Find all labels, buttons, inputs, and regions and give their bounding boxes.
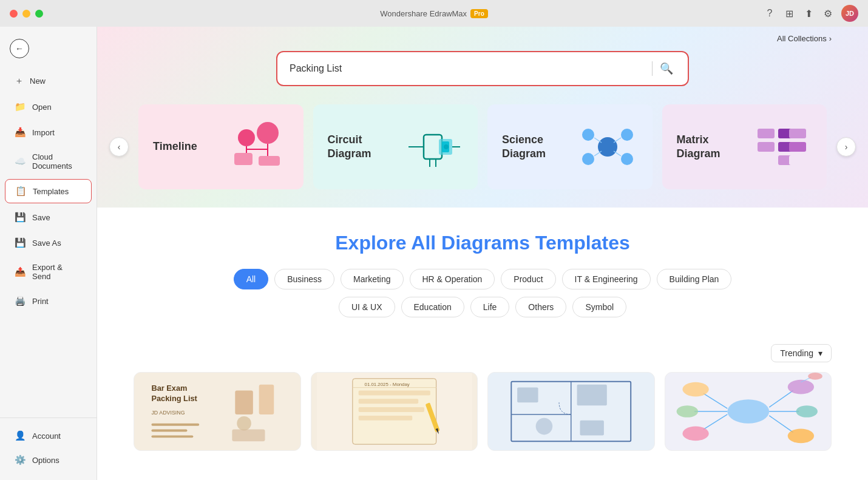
- svg-rect-50: [358, 407, 424, 412]
- template-card-daily-planner[interactable]: 01.01.2025 - Monday: [311, 372, 478, 451]
- matrix-illustration: [751, 117, 812, 177]
- maximize-button[interactable]: [35, 10, 43, 18]
- svg-text:01.01.2025 - Monday: 01.01.2025 - Monday: [364, 382, 409, 387]
- timeline-illustration: [228, 117, 289, 177]
- chevron-down-icon: ▾: [818, 348, 822, 358]
- svg-rect-3: [259, 156, 280, 166]
- svg-rect-59: [577, 385, 607, 405]
- template-card-inner-3: [488, 373, 654, 450]
- sidebar-item-import[interactable]: 📥 Import: [5, 121, 92, 144]
- carousel-card-science[interactable]: Science Diagram: [487, 104, 653, 189]
- options-icon: ⚙️: [15, 455, 26, 465]
- app-title: Wondershare EdrawMax Pro: [380, 9, 488, 18]
- template-card-bar-exam[interactable]: Bar Exam Packing List JD ADVISING: [134, 372, 301, 451]
- search-outer: 🔍: [276, 51, 689, 86]
- back-section: ←: [0, 34, 97, 63]
- svg-point-17: [621, 129, 633, 141]
- pill-marketing[interactable]: Marketing: [341, 269, 403, 289]
- template-card-inner-2: 01.01.2025 - Monday: [311, 373, 478, 450]
- pill-business[interactable]: Business: [274, 269, 334, 289]
- sort-dropdown[interactable]: Trending ▾: [771, 344, 832, 362]
- template-card-floor-plan[interactable]: [487, 372, 655, 451]
- pill-product[interactable]: Product: [501, 269, 555, 289]
- hero-section: 🔍 All Collections › ‹ Timeline: [97, 27, 868, 208]
- pill-ui[interactable]: UI & UX: [339, 297, 395, 317]
- carousel-card-timeline[interactable]: Timeline: [138, 104, 303, 189]
- svg-rect-38: [151, 430, 187, 432]
- svg-rect-32: [789, 155, 806, 165]
- circuit-illustration: [402, 117, 463, 177]
- svg-text:Bar Exam: Bar Exam: [151, 384, 187, 393]
- saveas-icon: 💾: [15, 237, 26, 248]
- search-container: 🔍: [276, 51, 689, 86]
- sidebar-item-options[interactable]: ⚙️ Options: [5, 448, 92, 472]
- import-icon: 📥: [15, 127, 26, 138]
- svg-rect-30: [758, 155, 775, 165]
- svg-point-73: [796, 405, 817, 417]
- sidebar-item-saveas[interactable]: 💾 Save As: [5, 231, 92, 254]
- templates-icon: 📋: [15, 186, 27, 197]
- settings-icon[interactable]: ⚙: [822, 7, 834, 19]
- app-body: ← ＋ New 📁 Open 📥 Import ☁️ Cloud Documen…: [0, 27, 868, 480]
- carousel-next-button[interactable]: ›: [836, 137, 856, 157]
- pill-all[interactable]: All: [234, 269, 269, 289]
- titlebar: Wondershare EdrawMax Pro ? ⊞ ⬆ ⚙ JD: [0, 0, 868, 27]
- share-icon[interactable]: ⬆: [802, 7, 815, 19]
- pill-hr[interactable]: HR & Operation: [410, 269, 495, 289]
- avatar[interactable]: JD: [841, 5, 858, 22]
- svg-rect-49: [358, 399, 418, 404]
- svg-rect-61: [580, 421, 604, 436]
- svg-rect-27: [758, 142, 775, 152]
- carousel-card-matrix[interactable]: Matrix Diagram: [662, 104, 827, 189]
- collections-link[interactable]: All Collections ›: [777, 34, 832, 43]
- save-icon: 💾: [15, 212, 26, 223]
- svg-point-1: [257, 122, 279, 144]
- pill-others[interactable]: Others: [515, 297, 566, 317]
- svg-point-16: [582, 129, 594, 141]
- sidebar-item-export[interactable]: 📤 Export & Send: [5, 257, 92, 287]
- carousel: ‹ Timeline: [109, 104, 856, 189]
- sidebar-item-cloud[interactable]: ☁️ Cloud Documents: [5, 146, 92, 177]
- svg-rect-51: [358, 416, 412, 421]
- sidebar-item-open[interactable]: 📁 Open: [5, 95, 92, 118]
- svg-point-65: [682, 382, 708, 397]
- back-button[interactable]: ←: [10, 39, 29, 58]
- pill-life[interactable]: Life: [470, 297, 510, 317]
- sidebar-item-print[interactable]: 🖨️ Print: [5, 289, 92, 313]
- close-button[interactable]: [10, 10, 18, 18]
- svg-text:JD ADVISING: JD ADVISING: [151, 410, 185, 416]
- community-icon[interactable]: ⊞: [783, 7, 795, 19]
- search-button[interactable]: 🔍: [657, 59, 676, 78]
- carousel-prev-button[interactable]: ‹: [109, 137, 129, 157]
- science-illustration: [577, 117, 638, 177]
- account-icon: 👤: [15, 430, 26, 441]
- sidebar-item-account[interactable]: 👤 Account: [5, 424, 92, 447]
- sidebar-item-templates[interactable]: 📋 Templates: [5, 179, 92, 203]
- cloud-icon: ☁️: [15, 156, 26, 167]
- pill-education[interactable]: Education: [401, 297, 464, 317]
- minimize-button[interactable]: [22, 10, 30, 18]
- template-card-mind-map[interactable]: [665, 372, 832, 451]
- pill-it[interactable]: IT & Engineering: [562, 269, 651, 289]
- svg-point-75: [787, 429, 813, 444]
- svg-rect-37: [151, 424, 199, 426]
- sidebar-item-save[interactable]: 💾 Save: [5, 206, 92, 229]
- svg-point-12: [444, 144, 449, 149]
- help-icon[interactable]: ?: [764, 7, 776, 19]
- pill-building[interactable]: Building Plan: [657, 269, 732, 289]
- chevron-right-icon: ›: [829, 34, 832, 43]
- svg-point-63: [727, 399, 769, 423]
- svg-point-18: [582, 153, 594, 165]
- pro-badge: Pro: [470, 9, 488, 18]
- svg-rect-40: [235, 391, 253, 414]
- search-input[interactable]: [290, 63, 647, 74]
- svg-point-69: [682, 427, 708, 441]
- svg-text:Packing List: Packing List: [151, 394, 197, 403]
- svg-line-23: [614, 151, 621, 156]
- svg-line-20: [594, 138, 602, 143]
- carousel-card-circuit[interactable]: Circuit Diagram: [313, 104, 478, 189]
- pill-symbol[interactable]: Symbol: [572, 297, 626, 317]
- sidebar-item-new[interactable]: ＋ New: [5, 69, 92, 93]
- print-icon: 🖨️: [15, 296, 26, 306]
- svg-line-21: [614, 138, 621, 143]
